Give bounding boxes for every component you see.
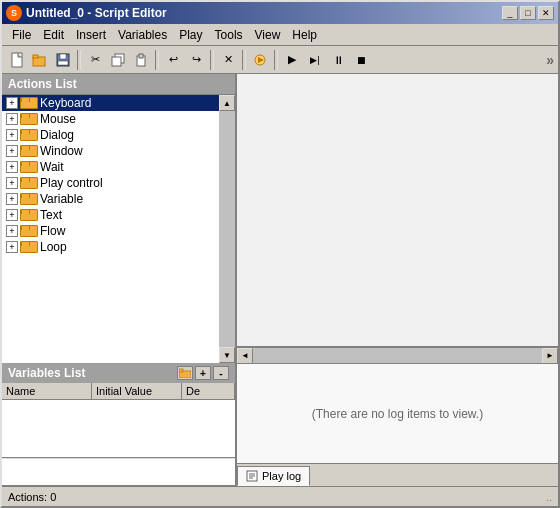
expand-text[interactable]: + — [6, 209, 18, 221]
script-scrollbar-h[interactable]: ◄ ► — [237, 347, 558, 363]
scroll-up-arrow[interactable]: ▲ — [219, 95, 235, 111]
tree-label-window: Window — [40, 144, 83, 158]
undo-button[interactable]: ↩ — [162, 49, 184, 71]
play-step-button[interactable]: ▶| — [304, 49, 326, 71]
var-add-button[interactable]: + — [195, 366, 211, 380]
cut-button[interactable]: ✂ — [84, 49, 106, 71]
scroll-h-track — [253, 348, 542, 363]
pause-button[interactable]: ⏸ — [327, 49, 349, 71]
menu-help[interactable]: Help — [286, 26, 323, 44]
status-dots: .. — [546, 491, 552, 503]
folder-icon-dialog — [20, 129, 36, 141]
svg-rect-5 — [58, 61, 68, 65]
tree-label-dialog: Dialog — [40, 128, 74, 142]
expand-loop[interactable]: + — [6, 241, 18, 253]
redo-button[interactable]: ↪ — [185, 49, 207, 71]
tree-label-variable: Variable — [40, 192, 83, 206]
menu-file[interactable]: File — [6, 26, 37, 44]
col-name: Name — [2, 383, 92, 399]
maximize-button[interactable]: □ — [520, 6, 536, 20]
script-area — [237, 74, 558, 347]
actions-scrollbar-v[interactable]: ▲ ▼ — [219, 95, 235, 363]
log-message: (There are no log items to view.) — [312, 407, 483, 421]
tree-item-text[interactable]: + Text — [2, 207, 219, 223]
expand-variable[interactable]: + — [6, 193, 18, 205]
scroll-left-arrow[interactable]: ◄ — [237, 348, 253, 364]
scroll-down-arrow[interactable]: ▼ — [219, 347, 235, 363]
minimize-button[interactable]: _ — [502, 6, 518, 20]
record-button[interactable] — [249, 49, 271, 71]
menu-view[interactable]: View — [249, 26, 287, 44]
close-button[interactable]: ✕ — [538, 6, 554, 20]
folder-icon-play-control — [20, 177, 36, 189]
expand-play-control[interactable]: + — [6, 177, 18, 189]
svg-rect-2 — [33, 55, 38, 58]
folder-icon-loop — [20, 241, 36, 253]
paste-button[interactable] — [130, 49, 152, 71]
toolbar: ✂ ↩ ↪ ✕ ▶ ▶| ⏸ ⏹ » — [2, 46, 558, 74]
variables-title: Variables List — [8, 366, 175, 380]
copy-button[interactable] — [107, 49, 129, 71]
toolbar-more[interactable]: » — [546, 52, 554, 68]
tree-label-wait: Wait — [40, 160, 64, 174]
svg-rect-0 — [12, 53, 22, 67]
scroll-right-arrow[interactable]: ► — [542, 348, 558, 364]
tree-item-keyboard[interactable]: + Keyboard — [2, 95, 219, 111]
open-button[interactable] — [29, 49, 51, 71]
sep3 — [210, 50, 214, 70]
menu-tools[interactable]: Tools — [209, 26, 249, 44]
play-button[interactable]: ▶ — [281, 49, 303, 71]
scroll-v-track — [219, 111, 235, 347]
main-area: Actions List + Keyboard + Mouse + — [2, 74, 558, 486]
tree-item-variable[interactable]: + Variable — [2, 191, 219, 207]
tree-item-wait[interactable]: + Wait — [2, 159, 219, 175]
menu-bar: File Edit Insert Variables Play Tools Vi… — [2, 24, 558, 46]
expand-flow[interactable]: + — [6, 225, 18, 237]
actions-list: + Keyboard + Mouse + Dialog — [2, 95, 219, 363]
log-area: (There are no log items to view.) — [237, 363, 558, 463]
delete-button[interactable]: ✕ — [217, 49, 239, 71]
tab-play-log[interactable]: Play log — [237, 466, 310, 486]
tabs-bar: Play log — [237, 463, 558, 486]
title-bar: S Untitled_0 - Script Editor _ □ ✕ — [2, 2, 558, 24]
actions-list-title: Actions List — [2, 74, 235, 95]
tree-item-dialog[interactable]: + Dialog — [2, 127, 219, 143]
menu-variables[interactable]: Variables — [112, 26, 173, 44]
tree-item-window[interactable]: + Window — [2, 143, 219, 159]
menu-play[interactable]: Play — [173, 26, 208, 44]
variables-section: Variables List + - Name Initial Value De — [2, 363, 235, 486]
title-buttons: _ □ ✕ — [502, 6, 554, 20]
new-button[interactable] — [6, 49, 28, 71]
variables-table: Name Initial Value De — [2, 383, 235, 458]
var-folder-button[interactable] — [177, 366, 193, 380]
status-bar: Actions: 0 .. — [2, 486, 558, 506]
menu-edit[interactable]: Edit — [37, 26, 70, 44]
expand-keyboard[interactable]: + — [6, 97, 18, 109]
expand-dialog[interactable]: + — [6, 129, 18, 141]
col-desc: De — [182, 383, 235, 399]
app-icon: S — [6, 5, 22, 21]
tree-item-play-control[interactable]: + Play control — [2, 175, 219, 191]
play-log-icon — [246, 470, 258, 482]
menu-insert[interactable]: Insert — [70, 26, 112, 44]
expand-window[interactable]: + — [6, 145, 18, 157]
sep5 — [274, 50, 278, 70]
tree-label-play-control: Play control — [40, 176, 103, 190]
folder-icon-wait — [20, 161, 36, 173]
folder-icon-flow — [20, 225, 36, 237]
tree-item-flow[interactable]: + Flow — [2, 223, 219, 239]
table-header: Name Initial Value De — [2, 383, 235, 400]
var-remove-button[interactable]: - — [213, 366, 229, 380]
tree-item-loop[interactable]: + Loop — [2, 239, 219, 255]
expand-wait[interactable]: + — [6, 161, 18, 173]
right-panel: ◄ ► (There are no log items to view.) Pl… — [237, 74, 558, 486]
svg-rect-7 — [112, 57, 121, 66]
save-button[interactable] — [52, 49, 74, 71]
left-panel: Actions List + Keyboard + Mouse + — [2, 74, 237, 486]
folder-icon-mouse — [20, 113, 36, 125]
expand-mouse[interactable]: + — [6, 113, 18, 125]
tree-label-mouse: Mouse — [40, 112, 76, 126]
main-window: S Untitled_0 - Script Editor _ □ ✕ File … — [0, 0, 560, 508]
stop-button[interactable]: ⏹ — [350, 49, 372, 71]
tree-item-mouse[interactable]: + Mouse — [2, 111, 219, 127]
